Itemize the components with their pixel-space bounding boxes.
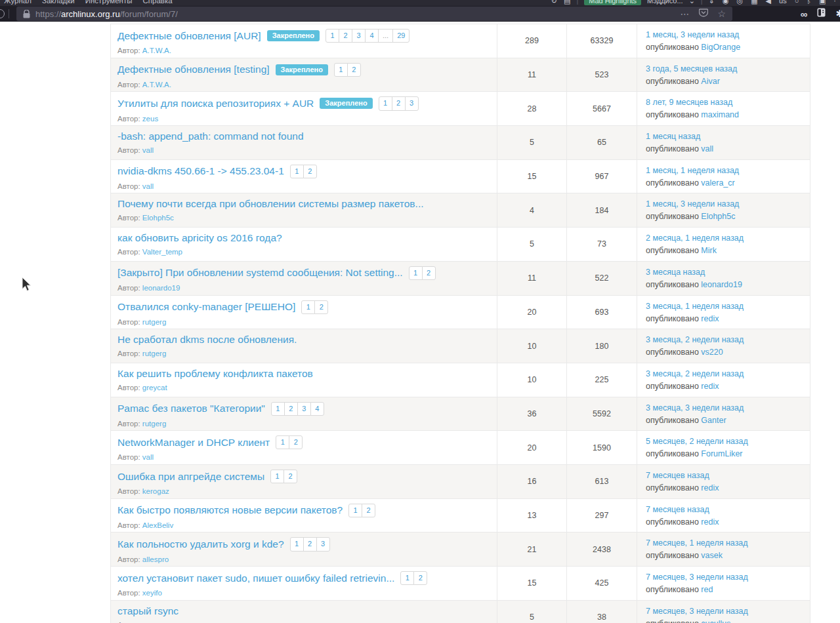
topic-title-link[interactable]: Pamac без пакетов "Категории": [117, 403, 265, 414]
last-post-user-link[interactable]: maximand: [701, 110, 739, 119]
last-post-time-link[interactable]: 8 лет, 9 месяцев назад: [646, 98, 732, 107]
last-post-user-link[interactable]: vs220: [701, 348, 723, 357]
last-post-user-link[interactable]: redix: [701, 382, 719, 391]
menu-item-history[interactable]: Журнал: [4, 0, 32, 5]
author-link[interactable]: rutgerg: [142, 318, 166, 326]
status-dot-icon[interactable]: ○: [795, 0, 799, 5]
page-link[interactable]: 1: [348, 504, 362, 517]
bookmark-star-icon[interactable]: ☆: [717, 9, 726, 19]
menu-item-bookmarks[interactable]: Закладки: [42, 0, 75, 5]
lock-icon[interactable]: [23, 10, 30, 18]
dropdown-text[interactable]: Мэддисо...: [647, 0, 683, 5]
last-post-user-link[interactable]: cucullus: [701, 619, 730, 623]
topic-title-link[interactable]: Как польностю удалить xorg и kde?: [117, 538, 284, 550]
keyboard-layout[interactable]: us: [779, 0, 787, 5]
page-link[interactable]: 1: [276, 435, 289, 449]
last-post-time-link[interactable]: 1 месяц, 1 неделя назад: [646, 166, 739, 175]
last-post-time-link[interactable]: 7 месяцев назад: [646, 505, 709, 514]
pocket-icon[interactable]: [699, 8, 708, 20]
topic-title-link[interactable]: Как решить проблему конфликта пакетов: [117, 368, 313, 380]
last-post-time-link[interactable]: 7 месяцев, 1 неделя назад: [646, 538, 748, 548]
topic-title-link[interactable]: как обновить apricity os 2016 года?: [117, 232, 282, 244]
topic-title-link[interactable]: Почему почти всегда при обновлении систе…: [117, 198, 424, 210]
author-link[interactable]: rutgerg: [142, 350, 166, 357]
menu-item-tools[interactable]: Инструменты: [85, 0, 133, 5]
author-link[interactable]: xeyifo: [142, 589, 162, 597]
last-post-time-link[interactable]: 2 месяца, 1 неделя назад: [646, 233, 744, 243]
last-post-time-link[interactable]: 1 месяц назад: [646, 132, 700, 141]
last-post-user-link[interactable]: valera_cr: [701, 178, 734, 188]
page-link[interactable]: 2: [303, 165, 317, 178]
topic-title-link[interactable]: Как быстро появляются новые версии пакет…: [117, 504, 343, 516]
last-post-user-link[interactable]: Elohph5c: [701, 212, 735, 221]
menu-item-help[interactable]: Справка: [142, 0, 172, 5]
tray-box-icon[interactable]: ▤: [564, 0, 570, 5]
page-link[interactable]: 3: [352, 29, 366, 43]
last-post-user-link[interactable]: redix: [701, 314, 719, 323]
reload-icon[interactable]: [0, 9, 5, 18]
last-post-user-link[interactable]: leonardo19: [701, 280, 742, 289]
highlight-badge[interactable]: Mad Highlights: [584, 0, 641, 5]
topic-title-link[interactable]: старый rsync: [117, 605, 178, 617]
topic-title-link[interactable]: Ошибка при апгрейде системы: [117, 471, 264, 483]
page-link[interactable]: 29: [392, 29, 410, 43]
page-link[interactable]: 1: [400, 571, 414, 585]
last-post-user-link[interactable]: vall: [701, 144, 713, 153]
display-icon[interactable]: ⇓: [709, 0, 715, 5]
page-link[interactable]: 1: [301, 300, 315, 314]
page-link[interactable]: 1: [334, 63, 348, 77]
page-link[interactable]: 2: [392, 96, 406, 110]
last-post-time-link[interactable]: 7 месяцев назад: [646, 471, 709, 480]
page-link[interactable]: 2: [339, 29, 352, 43]
page-link[interactable]: 3: [297, 402, 311, 416]
url-field[interactable]: https://archlinux.org.ru/forum/forum/7/ …: [16, 7, 732, 21]
last-post-time-link[interactable]: 3 месяца, 2 недели назад: [646, 369, 744, 378]
page-link[interactable]: 3: [316, 537, 330, 551]
page-link[interactable]: 1: [326, 29, 339, 43]
author-link[interactable]: AlexBeliv: [142, 521, 173, 529]
containers-infinity-icon[interactable]: ∞: [801, 9, 808, 20]
author-link[interactable]: Elohph5c: [142, 214, 174, 222]
last-post-time-link[interactable]: 3 месяца назад: [646, 268, 705, 277]
window-icon[interactable]: ▦: [751, 0, 757, 5]
page-link[interactable]: 2: [347, 63, 361, 77]
page-link[interactable]: 1: [379, 96, 392, 110]
clipboard-icon[interactable]: ▣: [819, 0, 826, 5]
author-link[interactable]: Valter_temp: [142, 248, 182, 256]
page-actions-icon[interactable]: ⋯: [680, 9, 690, 19]
page-link[interactable]: 1: [290, 165, 304, 178]
page-link[interactable]: 4: [365, 29, 379, 43]
topic-title-link[interactable]: nvidia-dkms 450.66-1 -> 455.23.04-1: [117, 165, 284, 177]
last-post-time-link[interactable]: 7 месяцев, 3 недели назад: [646, 573, 748, 582]
undo-icon[interactable]: ↻: [551, 0, 557, 5]
author-link[interactable]: A.T.W.A.: [142, 47, 171, 54]
topic-title-link[interactable]: -bash: append_path: command not found: [117, 131, 304, 142]
last-post-user-link[interactable]: redix: [701, 517, 719, 527]
page-link[interactable]: 2: [314, 300, 328, 314]
author-link[interactable]: kerogaz: [142, 487, 169, 495]
topic-title-link[interactable]: хотел установит пакет sudo, пишет ошибку…: [117, 573, 394, 584]
page-link[interactable]: 1: [271, 402, 285, 416]
extension-panel-icon[interactable]: [817, 8, 826, 20]
last-post-time-link[interactable]: 3 месяца, 2 недели назад: [646, 335, 744, 344]
last-post-user-link[interactable]: Aivar: [701, 77, 719, 86]
last-post-time-link[interactable]: 3 месяца, 3 недели назад: [646, 403, 744, 412]
last-post-user-link[interactable]: redix: [701, 483, 719, 492]
network-icon[interactable]: ◎: [737, 0, 744, 5]
topic-title-link[interactable]: Не сработал dkms после обновления.: [117, 334, 297, 346]
last-post-user-link[interactable]: Mirk: [701, 246, 717, 255]
last-post-time-link[interactable]: 1 месяц, 3 недели назад: [646, 199, 739, 209]
author-link[interactable]: allespro: [142, 555, 169, 563]
author-link[interactable]: vall: [142, 453, 154, 461]
page-link[interactable]: 1: [409, 266, 423, 280]
page-link[interactable]: 2: [413, 571, 427, 585]
last-post-user-link[interactable]: Ganter: [701, 416, 726, 425]
last-post-user-link[interactable]: vasek: [701, 551, 723, 560]
page-link[interactable]: 2: [284, 470, 297, 483]
page-link[interactable]: 2: [422, 266, 436, 280]
page-link[interactable]: 2: [284, 402, 298, 416]
page-link[interactable]: 1: [270, 470, 284, 483]
browser-circle-icon[interactable]: ◉: [723, 0, 729, 5]
last-post-time-link[interactable]: 1 месяц, 3 недели назад: [646, 30, 739, 39]
author-link[interactable]: rutgerg: [142, 420, 166, 428]
